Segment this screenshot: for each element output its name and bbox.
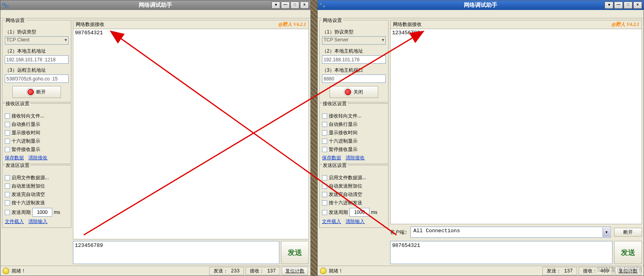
checkbox-icon	[5, 175, 10, 180]
dropdown-button[interactable]: ▾	[605, 2, 613, 9]
send-check-0[interactable]: 启用文件数据源...	[322, 174, 386, 181]
network-settings: 网络设置 （1）协议类型 TCP Client ▾ （2）本地主机地址 （3）远…	[2, 20, 71, 102]
checkbox-icon	[322, 147, 327, 152]
send-check-label: 启用文件数据源...	[329, 174, 366, 181]
recv-check-label: 暂停接收显示	[329, 146, 357, 153]
send-check-2[interactable]: 发送完自动清空	[322, 191, 386, 198]
file-load-link[interactable]: 文件载入	[5, 219, 24, 224]
clear-recv-link[interactable]: 清除接收	[346, 155, 365, 161]
protocol-select[interactable]: TCP Server ▾	[322, 36, 386, 45]
client-combo[interactable]: All Connections ▾	[410, 227, 611, 238]
checkbox-icon	[322, 200, 327, 206]
recv-check-label: 接收转向文件...	[12, 113, 44, 119]
send-button[interactable]: 发送	[281, 241, 309, 264]
send-check-label: 启用文件数据源...	[12, 174, 49, 181]
maximize-button[interactable]: □	[291, 2, 299, 9]
recv-check-1[interactable]: 自动换行显示	[322, 121, 386, 128]
minimize-button[interactable]: —	[281, 2, 290, 9]
checkbox-icon	[322, 184, 327, 189]
send-settings-legend: 发送区设置	[5, 162, 30, 169]
remote-input[interactable]	[5, 74, 69, 83]
checkbox-icon	[5, 147, 10, 152]
recv-check-0[interactable]: 接收转向文件...	[5, 113, 69, 119]
clear-input-link[interactable]: 清除输入	[346, 219, 365, 224]
checkbox-icon	[322, 114, 327, 119]
send-check-label: 自动发送附加位	[329, 183, 362, 190]
receive-frame: 网络数据接收 @野人 V4.2.1 123456789	[390, 20, 642, 224]
send-button[interactable]: 发送	[614, 241, 642, 264]
receive-body[interactable]: 987654321	[73, 29, 308, 239]
recv-check-4[interactable]: 暂停接收显示	[5, 146, 69, 153]
send-check-label: 发送完自动清空	[329, 191, 362, 198]
status-ready: 就绪！	[329, 268, 343, 274]
host-input[interactable]	[322, 55, 386, 64]
brand-label: @野人 V4.2.1	[612, 21, 639, 28]
file-load-link[interactable]: 文件载入	[322, 219, 341, 224]
receive-frame: 网络数据接收 @野人 V4.2.1 987654321	[73, 20, 309, 239]
dropdown-button[interactable]: ▾	[271, 2, 280, 9]
send-cycle-row[interactable]: 发送周期 ms	[5, 208, 69, 217]
send-input[interactable]: 123456789	[73, 241, 279, 264]
host-input[interactable]	[5, 55, 69, 64]
toolbar	[318, 10, 644, 18]
send-check-3[interactable]: 按十六进制发送	[5, 200, 69, 206]
recv-check-4[interactable]: 暂停接收显示	[322, 146, 386, 153]
save-data-link[interactable]: 保存数据	[322, 155, 341, 161]
receive-title: 网络数据接收	[76, 21, 104, 28]
recv-check-label: 十六进制显示	[12, 138, 40, 145]
maximize-button[interactable]: □	[624, 2, 632, 9]
brand-label: @野人 V4.2.1	[279, 21, 306, 28]
checkbox-icon	[322, 175, 327, 180]
recv-check-3[interactable]: 十六进制显示	[5, 138, 69, 145]
minimize-button[interactable]: —	[614, 2, 623, 9]
checkbox-icon	[5, 122, 10, 127]
svg-rect-3	[320, 3, 322, 5]
reset-counter-button[interactable]: 复位计数	[282, 267, 308, 275]
host-label: （2）本地主机地址	[322, 48, 386, 55]
recv-counter: 接收： 137	[245, 267, 280, 275]
cycle-unit: ms	[371, 209, 377, 215]
titlebar[interactable]: 网络调试助手 ▾ — □ ×	[0, 0, 310, 10]
close-server-button[interactable]: 关闭	[330, 86, 378, 98]
client-connection-row: 客户端: All Connections ▾ 断开	[390, 224, 642, 239]
recv-check-label: 接收转向文件...	[329, 113, 361, 119]
send-check-3[interactable]: 按十六进制发送	[322, 200, 386, 206]
send-cycle-row[interactable]: 发送周期 ms	[322, 208, 386, 217]
send-row: 123456789 发送	[73, 241, 309, 264]
port-input[interactable]	[322, 74, 386, 83]
send-check-2[interactable]: 发送完自动清空	[5, 191, 69, 198]
close-server-label: 关闭	[353, 89, 363, 96]
recv-check-2[interactable]: 显示接收时间	[322, 129, 386, 136]
chevron-down-icon: ▾	[603, 227, 610, 237]
save-data-link[interactable]: 保存数据	[5, 155, 24, 161]
network-settings-legend: 网络设置	[5, 17, 26, 24]
send-check-1[interactable]: 自动发送附加位	[5, 183, 69, 190]
cycle-input[interactable]	[32, 208, 52, 217]
recv-check-1[interactable]: 自动换行显示	[5, 121, 69, 128]
recv-check-0[interactable]: 接收转向文件...	[322, 113, 386, 119]
recv-settings-legend: 接收区设置	[5, 100, 30, 107]
recv-check-3[interactable]: 十六进制显示	[322, 138, 386, 145]
reset-counter-button[interactable]: 复位计数	[615, 267, 641, 275]
send-input[interactable]: 987654321	[390, 241, 613, 264]
client-combo-value: All Connections	[413, 228, 460, 234]
receive-body[interactable]: 123456789	[391, 29, 642, 224]
chevron-down-icon: ▾	[65, 37, 67, 43]
red-dot-icon	[27, 89, 34, 95]
close-button[interactable]: ×	[300, 2, 309, 9]
disconnect-client-button[interactable]: 断开	[614, 228, 642, 237]
send-check-0[interactable]: 启用文件数据源...	[5, 174, 69, 181]
app-icon	[2, 2, 8, 8]
send-check-1[interactable]: 自动发送附加位	[322, 183, 386, 190]
recv-check-2[interactable]: 显示接收时间	[5, 129, 69, 136]
clear-input-link[interactable]: 清除输入	[28, 219, 47, 224]
disconnect-button[interactable]: 断开	[12, 86, 61, 98]
clear-recv-link[interactable]: 清除接收	[28, 155, 47, 161]
recv-check-label: 暂停接收显示	[12, 146, 40, 153]
titlebar[interactable]: 网络调试助手 ▾ — □ ×	[318, 0, 644, 10]
close-button[interactable]: ×	[633, 2, 642, 9]
protocol-select[interactable]: TCP Client ▾	[5, 36, 69, 45]
bulb-icon	[320, 268, 326, 274]
toolbar	[0, 10, 310, 18]
cycle-input[interactable]	[349, 208, 369, 217]
